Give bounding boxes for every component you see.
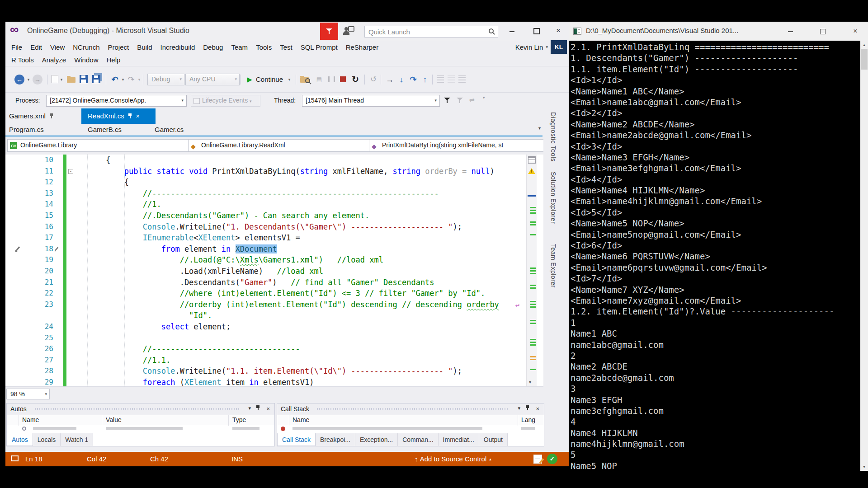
code-line[interactable]: 21 .Descendants("Gamer") // find all "Ga… <box>5 277 543 288</box>
navigate-back-icon[interactable]: ← <box>14 75 24 84</box>
save-all-icon[interactable] <box>92 75 100 83</box>
code-line[interactable]: 23 //orderby (int)element.Element("Id") … <box>5 299 543 310</box>
filter-threads-icon[interactable] <box>444 97 450 103</box>
close-panel-icon[interactable]: × <box>266 405 270 412</box>
vs-title-bar[interactable]: ∞ OnlineGame (Debugging) - Microsoft Vis… <box>5 22 569 41</box>
menu-item-build[interactable]: Build <box>133 43 156 51</box>
code-line[interactable]: 15 //.Descendants("Gamer") - Can search … <box>5 210 543 221</box>
tab-command[interactable]: Comman... <box>398 433 438 446</box>
code-line[interactable]: 12 { <box>5 177 543 188</box>
drag-handle[interactable] <box>317 408 509 410</box>
tab-output[interactable]: Output <box>479 433 508 446</box>
console-title-bar[interactable]: D:\0_MyDocument\Documents\Visual Studio … <box>569 22 868 41</box>
tab-exceptions[interactable]: Exception... <box>355 433 398 446</box>
pin-icon[interactable] <box>49 113 53 119</box>
maximize-button[interactable] <box>813 25 833 38</box>
autos-row-clipped[interactable] <box>7 425 274 432</box>
menu-item-project[interactable]: Project <box>104 43 133 51</box>
send-feedback-icon[interactable] <box>343 26 354 36</box>
stop-debugging-icon[interactable] <box>340 76 346 82</box>
pin-icon[interactable] <box>525 405 529 411</box>
close-tab-icon[interactable]: × <box>136 113 140 120</box>
breakpoint-toggle-icon[interactable] <box>437 75 444 83</box>
undo-icon[interactable]: ↶ <box>109 73 120 86</box>
ready-check-icon[interactable]: ✓ <box>547 454 557 464</box>
tab-watch-1[interactable]: Watch 1 <box>61 433 93 446</box>
maximize-button[interactable] <box>528 24 546 37</box>
menu-item-window[interactable]: Window <box>70 56 102 64</box>
code-line[interactable]: 13 //-----------------------------------… <box>5 188 543 199</box>
undo-dropdown-icon[interactable]: ▾ <box>120 73 126 86</box>
menu-item-analyze[interactable]: Analyze <box>38 56 70 64</box>
autos-title-bar[interactable]: Autos ▾ × <box>7 404 274 415</box>
code-line[interactable]: 27 //1.1. <box>5 355 543 366</box>
quick-launch-input[interactable] <box>368 27 482 37</box>
show-next-statement-icon[interactable]: → <box>384 73 395 86</box>
column-header[interactable]: Value <box>106 416 122 423</box>
minimize-button[interactable] <box>780 25 800 38</box>
minimize-button[interactable] <box>503 24 521 37</box>
status-feedback-icon[interactable] <box>11 455 19 461</box>
edit-notifications-icon[interactable] <box>533 455 542 464</box>
tab-gamer-cs[interactable]: Gamer.cs <box>155 124 184 136</box>
tab-call-stack[interactable]: Call Stack <box>277 433 316 446</box>
column-header[interactable]: Type <box>232 416 246 423</box>
window-position-icon[interactable]: ▾ <box>248 405 251 411</box>
show-output-icon[interactable]: ▤ <box>314 73 325 86</box>
immediate-window-icon[interactable] <box>458 75 466 83</box>
filter-flagged-icon[interactable] <box>457 97 463 103</box>
navigate-forward-icon[interactable]: → <box>33 75 42 84</box>
code-line[interactable]: 16 Console.WriteLine("1. Descendants(\"G… <box>5 221 543 233</box>
menu-item-incredibuild[interactable]: Incredibuild <box>156 43 199 51</box>
tab-autos[interactable]: Autos <box>7 433 33 446</box>
scroll-down-icon[interactable]: ▾ <box>529 380 531 385</box>
scrollbar-thumb[interactable] <box>861 49 868 70</box>
tab-locals[interactable]: Locals <box>33 433 61 446</box>
project-dropdown[interactable]: C# OnlineGame.Library▾ <box>7 139 198 152</box>
editor-scrollbar[interactable]: ▾ <box>526 155 537 386</box>
tab-readxml-cs[interactable]: ReadXml.cs × <box>81 108 156 124</box>
new-file-dropdown-icon[interactable]: ▾ <box>59 73 64 86</box>
step-over-icon[interactable]: ↷ <box>408 73 419 86</box>
member-dropdown[interactable]: ◆ PrintXmlDataByLinq(string xmlFileName,… <box>369 139 555 152</box>
toolbar-overflow-icon[interactable]: ▾ <box>483 95 485 100</box>
column-header[interactable]: Name <box>292 416 309 423</box>
code-line[interactable]: 29 foreach (XElement item in elementsV1) <box>5 377 543 386</box>
refresh-icon[interactable]: ↺ <box>368 73 379 86</box>
menu-item-file[interactable]: File <box>7 43 26 51</box>
menu-item-edit[interactable]: Edit <box>26 43 46 51</box>
account-button[interactable]: Kevin Lin ▾ <box>515 41 548 53</box>
tab-overflow-icon[interactable]: ▾ <box>538 126 541 131</box>
step-out-icon[interactable]: ↑ <box>420 73 430 86</box>
breakpoint-window-icon[interactable] <box>448 75 455 83</box>
quick-launch-box[interactable] <box>364 26 498 38</box>
navigate-back-dropdown-icon[interactable]: ▾ <box>26 73 31 86</box>
menu-item-tools[interactable]: Tools <box>252 43 276 51</box>
tab-solution-explorer[interactable]: Solution Explorer <box>550 172 557 224</box>
close-panel-icon[interactable]: × <box>536 405 539 412</box>
new-file-icon[interactable] <box>52 75 58 83</box>
scroll-down-icon[interactable]: ▾ <box>860 465 868 469</box>
tab-program-cs[interactable]: Program.cs <box>9 124 44 136</box>
feedback-filter-button[interactable] <box>320 23 338 40</box>
menu-item-debug[interactable]: Debug <box>199 43 227 51</box>
scrollbar-map-icon[interactable] <box>528 156 536 164</box>
menu-item-r-tools[interactable]: R Tools <box>7 56 38 64</box>
tab-gamerb-cs[interactable]: GamerB.cs <box>88 124 122 136</box>
column-header[interactable]: Name <box>22 416 39 423</box>
window-position-icon[interactable]: ▾ <box>518 405 520 411</box>
menu-item-ncrunch[interactable]: NCrunch <box>69 43 104 51</box>
type-dropdown[interactable]: ◆ OnlineGame.Library.ReadXml▾ <box>188 139 379 152</box>
pin-icon[interactable] <box>128 113 132 119</box>
open-file-icon[interactable] <box>67 77 75 83</box>
solution-configurations-dropdown[interactable]: Debug▾ <box>147 74 184 85</box>
code-line[interactable]: 28 Console.WriteLine("1.1. item.Element(… <box>5 366 543 377</box>
code-line[interactable]: 24 select element; <box>5 321 543 333</box>
menu-item-view[interactable]: View <box>46 43 69 51</box>
menu-item-sql-prompt[interactable]: SQL Prompt <box>297 43 342 51</box>
console-scrollbar[interactable]: ▴ ▾ <box>860 41 868 471</box>
step-into-icon[interactable]: ↓ <box>396 73 407 86</box>
code-line[interactable]: 17 IEnumerable<XElement> elementsV1 = <box>5 232 543 244</box>
lifecycle-events-button[interactable]: Lifecycle Events ▾ <box>191 95 260 107</box>
code-line[interactable]: 25 <box>5 333 543 344</box>
